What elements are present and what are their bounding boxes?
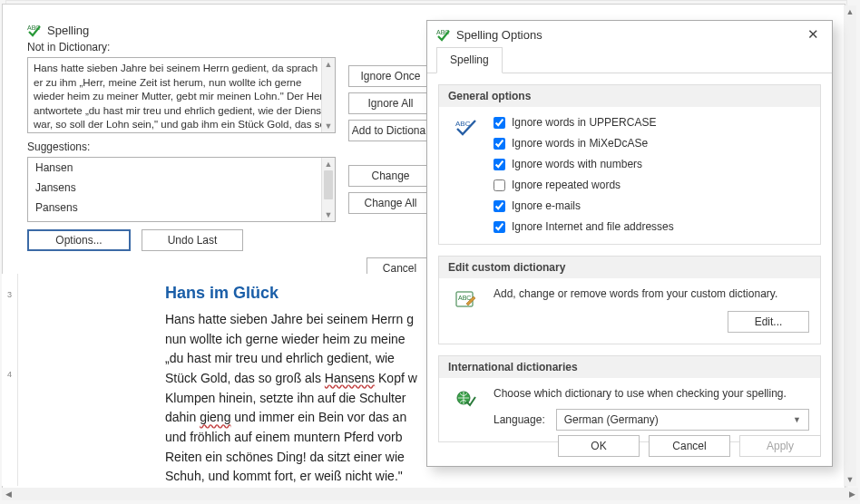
ruler-tick: 3 xyxy=(2,290,17,299)
checkbox-ignore-words-in-mixedcase[interactable]: Ignore words in MiXeDcASe xyxy=(494,137,809,150)
ignore-all-button[interactable]: Ignore All xyxy=(348,92,433,114)
general-options-section: General options ABC Ignore words in UPPE… xyxy=(438,84,821,245)
checkbox-ignore-repeated-words[interactable]: Ignore repeated words xyxy=(494,179,809,191)
section-heading: Edit custom dictionary xyxy=(439,257,820,278)
checkbox-label: Ignore words in UPPERCASE xyxy=(512,116,656,129)
scroll-right-icon[interactable]: ▶ xyxy=(845,488,858,500)
language-label: Language: xyxy=(494,413,545,426)
section-heading: International dictionaries xyxy=(439,356,820,378)
checkbox-label: Ignore words with numbers xyxy=(512,158,642,170)
abc-check-icon: ABC xyxy=(455,116,479,233)
ruler-tick: 4 xyxy=(2,370,17,379)
scroll-up-icon[interactable]: ▲ xyxy=(322,58,335,71)
spelling-options-dialog: ABC Spelling Options ✕ Spelling General … xyxy=(426,20,833,467)
cancel-button[interactable]: Cancel xyxy=(649,435,730,457)
options-title-bar: ABC Spelling Options ✕ xyxy=(427,21,832,46)
add-to-dictionary-button[interactable]: Add to Dictionar xyxy=(348,120,433,141)
checkbox-label: Ignore words in MiXeDcASe xyxy=(512,137,648,150)
textbox-scrollbar[interactable]: ▲ ▼ xyxy=(321,58,335,132)
options-tabstrip: Spelling xyxy=(427,46,832,73)
change-all-button[interactable]: Change All xyxy=(348,192,433,214)
checkbox-label: Ignore e-mails xyxy=(512,199,581,212)
context-text-before: Hans hatte sieben Jahre bei seinem Herrn… xyxy=(34,63,327,133)
horizontal-scrollbar[interactable]: ◀ ▶ xyxy=(2,488,858,500)
misspelled-word[interactable]: gieng xyxy=(200,410,230,424)
checkbox-ignore-words-with-numbers[interactable]: Ignore words with numbers xyxy=(494,158,809,170)
checkbox-ignore-words-in-uppercase[interactable]: Ignore words in UPPERCASE xyxy=(494,116,809,129)
chevron-down-icon: ▼ xyxy=(793,415,801,424)
misspelled-word[interactable]: Hansens xyxy=(325,371,375,385)
scroll-down-icon[interactable]: ▼ xyxy=(844,473,856,486)
document-line: Schuh, und kommt fort, er weiß nicht wie… xyxy=(165,467,842,484)
suggestion-item[interactable]: Jansens xyxy=(28,178,335,198)
change-button-group: Change Change All xyxy=(348,165,433,214)
checkbox-input[interactable] xyxy=(494,117,505,129)
options-footer: OK Cancel Apply xyxy=(558,435,821,457)
options-button[interactable]: Options... xyxy=(27,229,131,251)
intl-desc: Choose which dictionary to use when chec… xyxy=(494,387,809,400)
not-in-dictionary-label: Not in Dictionary: xyxy=(18,39,419,55)
ignore-once-button[interactable]: Ignore Once xyxy=(348,65,433,87)
edit-dictionary-button[interactable]: Edit... xyxy=(728,311,809,333)
vertical-ruler: 3 4 xyxy=(2,274,18,486)
checkbox-ignore-e-mails[interactable]: Ignore e-mails xyxy=(494,199,809,212)
checkbox-input[interactable] xyxy=(494,179,505,191)
options-title: Spelling Options xyxy=(456,28,542,42)
change-button[interactable]: Change xyxy=(348,165,433,187)
scroll-up-icon[interactable]: ▲ xyxy=(844,5,856,18)
spelling-title: Spelling xyxy=(47,24,89,37)
dictionary-edit-icon: ABC xyxy=(455,287,479,333)
scroll-down-icon[interactable]: ▼ xyxy=(322,120,335,132)
checkbox-input[interactable] xyxy=(494,221,505,233)
apply-button[interactable]: Apply xyxy=(739,435,821,457)
spellcheck-icon: ABC xyxy=(436,27,451,42)
suggestions-scrollbar[interactable]: ▲ ▼ xyxy=(321,158,335,221)
checkbox-input[interactable] xyxy=(494,200,505,212)
spellcheck-icon: ABC xyxy=(27,23,42,37)
svg-text:ABC: ABC xyxy=(458,295,471,301)
ignore-button-group: Ignore Once Ignore All Add to Dictionar xyxy=(348,65,433,141)
checkbox-label: Ignore repeated words xyxy=(512,179,621,191)
suggestions-listbox[interactable]: Hansen Jansens Pansens ▲ ▼ xyxy=(27,157,336,222)
suggestion-item[interactable]: Hansen xyxy=(28,158,335,178)
globe-dictionary-icon xyxy=(455,387,479,431)
spelling-title-bar: ABC Spelling xyxy=(18,17,419,39)
scroll-down-icon[interactable]: ▼ xyxy=(322,208,335,221)
checkbox-input[interactable] xyxy=(494,138,505,150)
custom-dict-desc: Add, change or remove words from your cu… xyxy=(494,287,809,300)
scroll-left-icon[interactable]: ◀ xyxy=(2,488,15,500)
checkbox-ignore-internet-and-file-addresses[interactable]: Ignore Internet and file addresses xyxy=(494,220,809,233)
tab-spelling[interactable]: Spelling xyxy=(436,47,503,73)
scroll-up-icon[interactable]: ▲ xyxy=(322,158,335,170)
language-select[interactable]: German (Germany) ▼ xyxy=(556,409,809,431)
section-heading: General options xyxy=(439,85,820,107)
international-dictionaries-section: International dictionaries Choose which … xyxy=(438,355,821,442)
spelling-dialog: ABC Spelling Not in Dictionary: Hans hat… xyxy=(18,17,419,276)
checkbox-input[interactable] xyxy=(494,159,505,170)
scrollbar-thumb[interactable] xyxy=(324,170,333,199)
checkbox-label: Ignore Internet and file addresses xyxy=(512,220,674,233)
language-value: German (Germany) xyxy=(564,413,659,426)
undo-last-button[interactable]: Undo Last xyxy=(142,229,243,251)
close-button[interactable]: ✕ xyxy=(804,26,823,43)
ok-button[interactable]: OK xyxy=(558,435,640,457)
suggestion-item[interactable]: Pansens xyxy=(28,198,335,218)
vertical-scrollbar[interactable]: ▲ ▼ xyxy=(844,5,856,486)
not-in-dictionary-textbox[interactable]: Hans hatte sieben Jahre bei seinem Herrn… xyxy=(27,57,336,133)
custom-dictionary-section: Edit custom dictionary ABC Add, change o… xyxy=(438,256,821,344)
